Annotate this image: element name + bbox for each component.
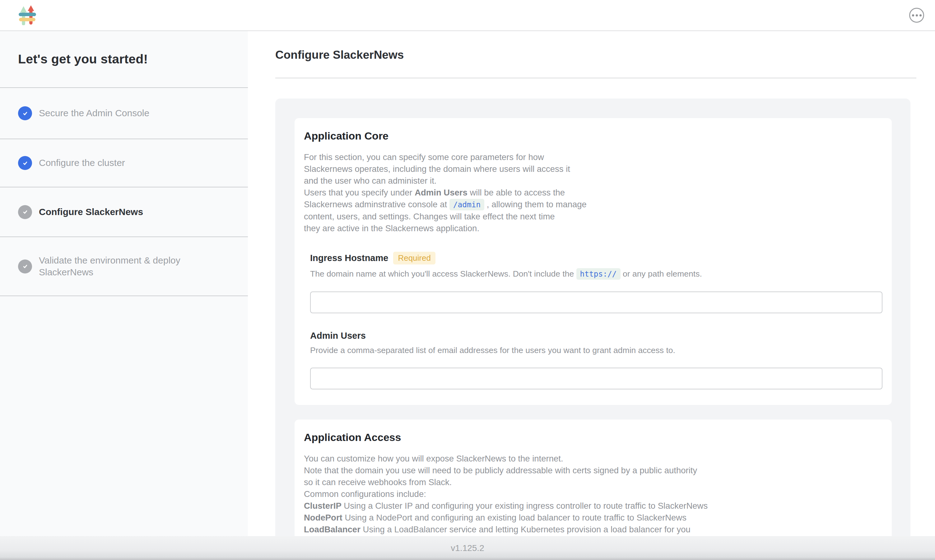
- ingress-hostname-field: Ingress Hostname Required The domain nam…: [304, 252, 883, 313]
- check-circle-icon: [18, 205, 32, 219]
- config-form-panel: Application Core For this section, you c…: [275, 98, 910, 560]
- step-label: Configure the cluster: [39, 157, 125, 169]
- step-label: Secure the Admin Console: [39, 107, 149, 119]
- required-badge: Required: [393, 252, 435, 265]
- check-circle-icon: [18, 156, 32, 170]
- application-core-card: Application Core For this section, you c…: [295, 118, 892, 405]
- slackernews-logo-icon: [19, 5, 36, 25]
- version-label: v1.125.2: [451, 543, 484, 553]
- field-help: Provide a comma-separated list of email …: [310, 345, 883, 356]
- main-content: Configure SlackerNews Application Core F…: [248, 31, 935, 536]
- sidebar-step-validate-deploy[interactable]: Validate the environment & deploy Slacke…: [0, 237, 248, 296]
- ellipsis-icon: [912, 14, 914, 17]
- sidebar-step-secure-admin-console[interactable]: Secure the Admin Console: [0, 88, 248, 139]
- step-label: Validate the environment & deploy Slacke…: [39, 254, 236, 278]
- check-circle-icon: [18, 260, 32, 274]
- page-title: Configure SlackerNews: [275, 48, 935, 62]
- ingress-hostname-input[interactable]: [310, 291, 883, 313]
- step-label: Configure SlackerNews: [39, 206, 143, 218]
- title-divider: [275, 78, 916, 78]
- more-options-button[interactable]: [909, 8, 924, 23]
- check-circle-icon: [18, 106, 32, 120]
- section-title: Application Access: [304, 431, 883, 443]
- admin-users-input[interactable]: [310, 368, 883, 389]
- sidebar-step-configure-cluster[interactable]: Configure the cluster: [0, 139, 248, 188]
- section-description: For this section, you can specify some c…: [304, 151, 883, 234]
- ellipsis-icon: [920, 14, 922, 17]
- top-bar: [0, 0, 935, 31]
- section-title: Application Core: [304, 130, 883, 142]
- footer: v1.125.2: [0, 536, 935, 560]
- setup-steps-sidebar: Let's get you started! Secure the Admin …: [0, 31, 248, 536]
- ellipsis-icon: [916, 14, 918, 17]
- field-label: Ingress Hostname: [310, 253, 388, 263]
- field-help: The domain name at which you'll access S…: [310, 268, 883, 280]
- sidebar-heading: Let's get you started!: [0, 31, 248, 88]
- field-label: Admin Users: [310, 331, 366, 341]
- admin-users-field: Admin Users Provide a comma-separated li…: [304, 331, 883, 389]
- section-description: You can customize how you will expose Sl…: [304, 453, 883, 547]
- sidebar-step-configure-slackernews[interactable]: Configure SlackerNews: [0, 188, 248, 237]
